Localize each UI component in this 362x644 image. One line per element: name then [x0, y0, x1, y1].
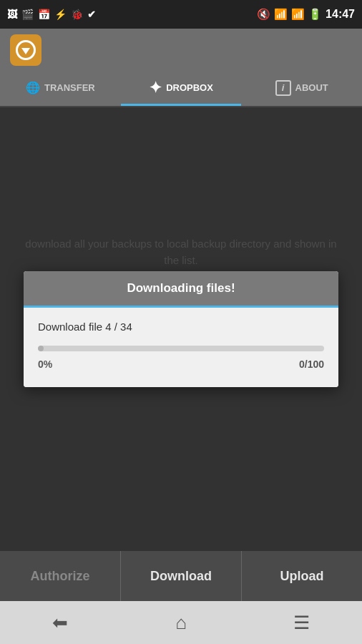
tab-dropbox[interactable]: ✦ DROPBOX	[121, 72, 242, 106]
tab-dropbox-label: DROPBOX	[166, 82, 213, 93]
status-bar: 🖼 🎬 📅 ⚡ 🐞 ✔ 🔇 📶 📶 🔋 14:47	[0, 0, 362, 29]
nav-bar: ⬅ ⌂ ☰	[0, 601, 362, 644]
dialog-body: Download file 4 / 34 0% 0/100	[24, 308, 338, 387]
dialog: Downloading files! Download file 4 / 34 …	[24, 271, 338, 387]
home-button[interactable]: ⌂	[121, 601, 242, 644]
about-icon: i	[275, 80, 291, 96]
progress-bar-fill	[38, 346, 44, 351]
calendar-icon: 📅	[38, 9, 50, 20]
transfer-icon: 🌐	[26, 81, 40, 94]
dialog-title: Downloading files!	[127, 281, 235, 295]
progress-percent: 0%	[38, 358, 52, 370]
menu-icon: ☰	[293, 612, 310, 634]
image-icon: 🖼	[7, 9, 17, 20]
signal-icon: 📶	[291, 8, 305, 21]
download-button[interactable]: Download	[120, 551, 242, 601]
check-icon: ✔	[87, 9, 96, 20]
authorize-button[interactable]: Authorize	[0, 551, 120, 601]
action-bar: Authorize Download Upload	[0, 551, 362, 601]
wifi-icon: 📶	[274, 8, 288, 21]
tab-transfer-label: TRANSFER	[44, 82, 95, 93]
video-icon: 🎬	[21, 9, 34, 20]
battery-icon: 🔋	[308, 8, 322, 21]
tab-about[interactable]: i ABOUT	[241, 72, 362, 106]
app-header	[0, 29, 362, 72]
progress-count: 0/100	[299, 358, 324, 370]
back-icon: ⬅	[52, 612, 68, 634]
usb-icon: ⚡	[54, 9, 67, 20]
progress-labels: 0% 0/100	[38, 358, 324, 370]
modal-overlay: Downloading files! Download file 4 / 34 …	[0, 107, 362, 551]
dropbox-icon: ✦	[149, 79, 162, 97]
tab-bar: 🌐 TRANSFER ✦ DROPBOX i ABOUT	[0, 72, 362, 107]
dialog-header: Downloading files!	[24, 271, 338, 308]
mute-icon: 🔇	[257, 8, 270, 21]
bug-icon: 🐞	[71, 9, 83, 20]
home-icon: ⌂	[175, 612, 187, 634]
back-button[interactable]: ⬅	[0, 601, 121, 644]
tab-about-label: ABOUT	[295, 82, 328, 93]
status-icons: 🖼 🎬 📅 ⚡ 🐞 ✔	[7, 9, 96, 20]
logo-arrow	[21, 48, 30, 54]
main-content: download all your backups to local backu…	[0, 107, 362, 551]
dialog-file-text: Download file 4 / 34	[38, 321, 324, 333]
tab-transfer[interactable]: 🌐 TRANSFER	[0, 72, 121, 106]
menu-button[interactable]: ☰	[241, 601, 362, 644]
app-logo	[10, 34, 41, 66]
status-right: 🔇 📶 📶 🔋 14:47	[257, 8, 355, 21]
clock: 14:47	[326, 8, 355, 21]
progress-bar-track	[38, 346, 324, 351]
upload-button[interactable]: Upload	[242, 551, 362, 601]
logo-inner	[16, 40, 36, 60]
